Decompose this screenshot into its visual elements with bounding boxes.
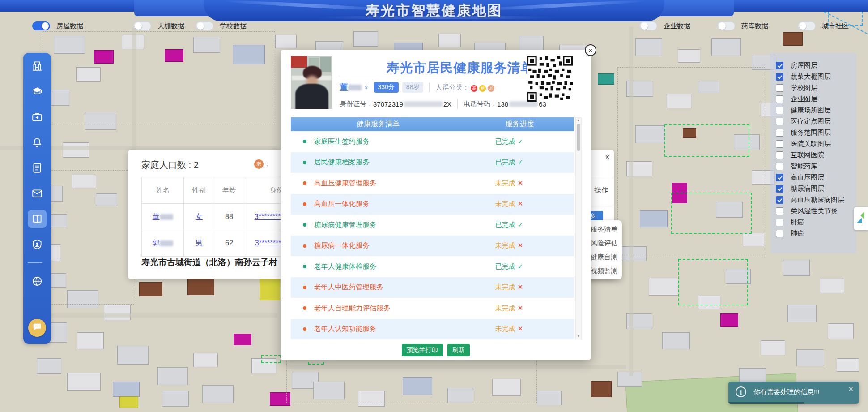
layer-checkbox-item[interactable]: 健康场所图层 [776, 105, 856, 116]
map-boundary [678, 259, 748, 305]
scroll-up-arrow[interactable]: ▲ [576, 118, 581, 123]
map-building [117, 346, 149, 365]
envelope-icon[interactable] [28, 186, 47, 201]
service-row[interactable]: 居民健康档案服务 已完成 ✓ [291, 152, 574, 173]
checkbox[interactable] [776, 151, 783, 159]
chat-button[interactable] [28, 319, 46, 337]
service-row[interactable]: 糖尿病健康管理服务 已完成 ✓ [291, 215, 574, 236]
scrollbar-thumb[interactable] [577, 124, 580, 151]
service-name[interactable]: 糖尿病健康管理服务 [314, 220, 377, 230]
layer-checkbox-item[interactable]: 房屋图层 [776, 60, 856, 71]
data-toggle[interactable]: 药库数据 [717, 21, 768, 30]
person-surname[interactable]: 董 [340, 82, 348, 93]
layer-checkbox-item[interactable]: 蔬菜大棚图层 [776, 71, 856, 82]
service-name[interactable]: 高血压健康管理服务 [314, 179, 377, 188]
layer-checkbox-item[interactable]: 医院关联图层 [776, 138, 856, 150]
checkbox[interactable] [776, 207, 783, 215]
toggle-switch[interactable] [639, 21, 657, 30]
layer-checkbox-item[interactable]: 服务范围图层 [776, 127, 856, 138]
layer-checkbox-item[interactable]: 互联网医院 [776, 150, 856, 161]
map-building [37, 358, 61, 374]
checkbox[interactable] [776, 118, 783, 125]
service-name[interactable]: 高血压一体化服务 [314, 199, 370, 209]
modal-close-button[interactable]: × [585, 44, 596, 56]
checkbox[interactable] [776, 140, 783, 148]
data-toggle[interactable]: 城市社区 [798, 21, 849, 30]
data-toggle[interactable]: 企业数据 [639, 21, 690, 30]
member-age: 62 [214, 230, 244, 257]
checkbox[interactable] [776, 230, 783, 237]
service-row[interactable]: 家庭医生签约服务 已完成 ✓ [291, 131, 574, 152]
building-icon[interactable] [28, 58, 47, 73]
service-row[interactable]: 老年人自理能力评估服务 未完成 ✕ [291, 298, 574, 319]
layer-checkbox-item[interactable]: 学校图层 [776, 82, 856, 94]
service-name[interactable]: 老年人认知功能服务 [314, 324, 377, 334]
layer-checkbox-item[interactable]: 高血压糖尿病图层 [776, 194, 856, 206]
service-name[interactable]: 居民健康档案服务 [314, 158, 370, 167]
toggle-switch[interactable] [133, 21, 151, 30]
service-book-icon[interactable] [28, 210, 47, 228]
service-row[interactable]: 高血压健康管理服务 未完成 ✕ [291, 173, 574, 194]
service-name[interactable]: 家庭医生签约服务 [314, 137, 370, 146]
checkbox[interactable] [776, 84, 783, 92]
member-name[interactable]: 董 [142, 204, 184, 230]
bell-alert-icon[interactable] [28, 135, 47, 150]
layer-checkbox-item[interactable]: 肺癌 [776, 228, 856, 239]
service-name[interactable]: 糖尿病一体化服务 [314, 241, 370, 250]
preview-print-button[interactable]: 预览并打印 [402, 344, 443, 356]
layer-checkbox-item[interactable]: 肝癌 [776, 217, 856, 228]
service-table-header: 健康服务清单 服务进度 [291, 117, 574, 131]
checkbox[interactable] [776, 163, 783, 170]
data-toggle[interactable]: 房屋数据 [32, 21, 83, 30]
data-toggle[interactable]: 大棚数据 [133, 21, 184, 30]
checkbox[interactable] [776, 62, 783, 69]
checkbox[interactable] [776, 196, 783, 204]
map-building [353, 31, 378, 47]
refresh-button[interactable]: 刷新 [447, 344, 470, 356]
first-aid-icon[interactable] [28, 109, 47, 124]
layer-checkbox-item[interactable]: 高血压图层 [776, 172, 856, 183]
toggle-switch[interactable] [798, 21, 816, 30]
toggle-switch[interactable] [32, 21, 50, 30]
close-icon[interactable]: × [605, 153, 609, 161]
checkbox[interactable] [776, 73, 783, 81]
service-row[interactable]: 糖尿病一体化服务 未完成 ✕ [291, 236, 574, 257]
checkbox[interactable] [776, 129, 783, 137]
globe-icon[interactable] [28, 274, 47, 289]
service-name[interactable]: 老年人健康体检服务 [314, 262, 377, 271]
service-name[interactable]: 老年人自理能力评估服务 [314, 304, 391, 313]
status-dot [303, 181, 306, 185]
layer-checkbox-item[interactable]: 医疗定点图层 [776, 116, 856, 127]
table-scrollbar[interactable]: ▲ ▼ [575, 117, 582, 339]
service-name[interactable]: 老年人中医药管理服务 [314, 283, 383, 292]
checkbox[interactable] [776, 107, 783, 114]
shield-user-icon[interactable] [28, 237, 47, 252]
health-report-icon[interactable] [28, 160, 47, 176]
notification-close-icon[interactable]: ✕ [848, 385, 854, 393]
scroll-down-arrow[interactable]: ▼ [576, 334, 581, 339]
toggle-switch[interactable] [717, 21, 735, 30]
service-row[interactable]: 老年人中医药管理服务 未完成 ✕ [291, 277, 574, 298]
checkbox[interactable] [776, 185, 783, 193]
layer-checkbox-item[interactable]: 糖尿病图层 [776, 183, 856, 194]
status-text: 未完成 [495, 283, 515, 292]
layer-checkbox-item[interactable]: 类风湿性关节炎 [776, 206, 856, 217]
member-gender[interactable]: 女 [184, 204, 214, 230]
data-toggle[interactable]: 学校数据 [196, 21, 247, 30]
service-row[interactable]: 老年人认知功能服务 未完成 ✕ [291, 319, 574, 340]
layer-checkbox-item[interactable]: 企业图层 [776, 94, 856, 105]
member-gender[interactable]: 男 [184, 230, 214, 257]
checkbox[interactable] [776, 219, 783, 226]
member-name[interactable]: 郭 [142, 230, 184, 257]
graduation-cap-icon[interactable] [28, 84, 47, 99]
service-row[interactable]: 老年人健康体检服务 已完成 ✓ [291, 256, 574, 277]
toggle-switch[interactable] [196, 21, 213, 30]
left-toolbar [23, 53, 51, 344]
checkbox[interactable] [776, 95, 783, 103]
map-building [67, 373, 101, 391]
map-layer-switcher[interactable] [854, 207, 868, 230]
checkbox[interactable] [776, 174, 783, 181]
service-row[interactable]: 高血压一体化服务 未完成 ✕ [291, 194, 574, 215]
layer-checkbox-item[interactable]: 智能药库 [776, 161, 856, 172]
map-building [649, 278, 678, 296]
